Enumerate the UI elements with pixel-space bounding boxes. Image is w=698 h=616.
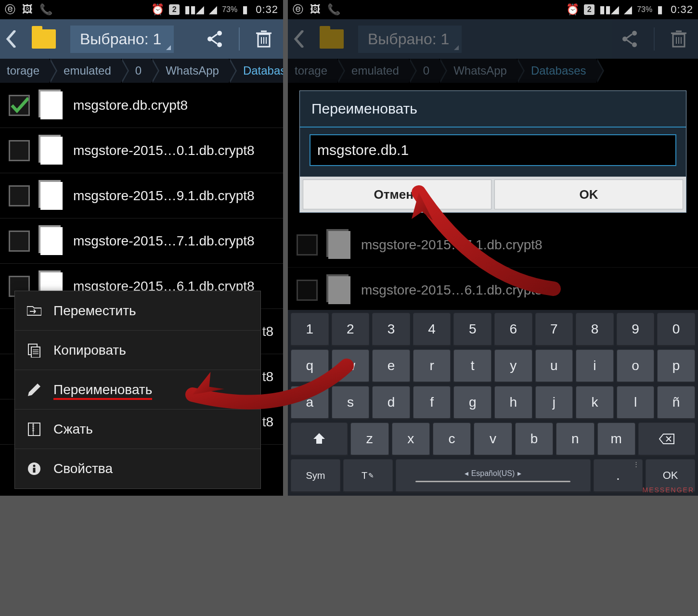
checkbox[interactable] bbox=[9, 185, 30, 206]
key-0[interactable]: 0 bbox=[657, 313, 695, 346]
key-i[interactable]: i bbox=[576, 349, 614, 383]
ctx-copy[interactable]: Копировать bbox=[15, 331, 260, 370]
key-o[interactable]: o bbox=[617, 349, 655, 383]
file-row[interactable]: msgstore-2015…0.1.db.crypt8 bbox=[0, 128, 283, 173]
dialog-buttons: Отмена OK bbox=[300, 177, 686, 212]
file-name: msgstore.db.crypt8 bbox=[73, 98, 188, 113]
key-5[interactable]: 5 bbox=[453, 313, 491, 346]
key-7[interactable]: 7 bbox=[535, 313, 573, 346]
breadcrumb-item: WhatsApp bbox=[440, 59, 517, 83]
breadcrumb-item[interactable]: emulated bbox=[50, 59, 121, 83]
key-8[interactable]: 8 bbox=[576, 313, 614, 346]
svg-point-12 bbox=[632, 42, 637, 47]
keyboard: 1 2 3 4 5 6 7 8 9 0 q w e r t y u i o bbox=[288, 310, 698, 496]
delete-button[interactable] bbox=[249, 25, 278, 53]
alarm-icon: ⏰ bbox=[566, 3, 579, 16]
key-g[interactable]: g bbox=[453, 386, 491, 420]
svg-point-8 bbox=[33, 465, 36, 467]
key-z[interactable]: z bbox=[350, 423, 388, 456]
ctx-label: Сжать bbox=[53, 422, 93, 437]
key-w[interactable]: w bbox=[332, 349, 370, 383]
key-n[interactable]: n bbox=[556, 423, 594, 456]
file-icon bbox=[40, 91, 63, 119]
key-c[interactable]: c bbox=[433, 423, 471, 456]
key-shift[interactable] bbox=[291, 423, 348, 456]
key-x[interactable]: x bbox=[392, 423, 430, 456]
key-b[interactable]: b bbox=[515, 423, 553, 456]
key-u[interactable]: u bbox=[535, 349, 573, 383]
delete-button bbox=[664, 25, 693, 53]
file-icon bbox=[328, 231, 350, 259]
breadcrumb: torage emulated 0 WhatsApp Databases bbox=[0, 59, 283, 83]
dialog-title: Переименовать bbox=[300, 91, 686, 127]
file-row[interactable]: msgstore-2015…9.1.db.crypt8 bbox=[0, 173, 283, 218]
key-sym[interactable]: Sym bbox=[291, 459, 340, 493]
ctx-rename[interactable]: Переименовать bbox=[15, 370, 260, 410]
context-menu: Переместить Копировать Переименовать Сжа… bbox=[14, 291, 261, 489]
key-4[interactable]: 4 bbox=[413, 313, 451, 346]
selection-count-button[interactable]: Выбрано: 1 bbox=[70, 26, 174, 53]
image-icon: 🖼 bbox=[310, 3, 321, 16]
ctx-move[interactable]: Переместить bbox=[15, 291, 260, 331]
checkbox bbox=[297, 234, 318, 256]
key-backspace[interactable] bbox=[638, 423, 695, 456]
key-h[interactable]: h bbox=[494, 386, 532, 420]
edge-icon: ⓔ bbox=[5, 2, 15, 17]
key-l[interactable]: l bbox=[617, 386, 655, 420]
checkbox-checked[interactable] bbox=[9, 95, 30, 116]
ctx-label: Переименовать bbox=[53, 382, 152, 398]
ctx-properties[interactable]: Свойства bbox=[15, 449, 260, 488]
key-y[interactable]: y bbox=[494, 349, 532, 383]
key-p[interactable]: p bbox=[657, 349, 695, 383]
cancel-button[interactable]: Отмена bbox=[303, 180, 491, 209]
key-r[interactable]: r bbox=[413, 349, 451, 383]
file-row[interactable]: msgstore.db.crypt8 bbox=[0, 83, 283, 128]
sim-badge: 2 bbox=[584, 4, 595, 15]
key-j[interactable]: j bbox=[535, 386, 573, 420]
key-space[interactable]: ◂ Español(US) ▸ bbox=[396, 459, 591, 493]
key-3[interactable]: 3 bbox=[372, 313, 410, 346]
key-s[interactable]: s bbox=[332, 386, 370, 420]
breadcrumb-item[interactable]: WhatsApp bbox=[152, 59, 229, 83]
key-9[interactable]: 9 bbox=[617, 313, 655, 346]
key-period[interactable]: .⋮ bbox=[594, 459, 643, 493]
key-enye[interactable]: ñ bbox=[657, 386, 695, 420]
key-v[interactable]: v bbox=[474, 423, 512, 456]
key-f[interactable]: f bbox=[413, 386, 451, 420]
key-e[interactable]: e bbox=[372, 349, 410, 383]
key-k[interactable]: k bbox=[576, 386, 614, 420]
key-6[interactable]: 6 bbox=[494, 313, 532, 346]
battery-percent: 73% bbox=[222, 5, 237, 14]
signal-icon: ▮▮◢ bbox=[184, 3, 204, 16]
key-1[interactable]: 1 bbox=[291, 313, 329, 346]
status-bar: ⓔ 🖼 📞 ⏰ 2 ▮▮◢ ◢ 73% ▮ 0:32 bbox=[288, 0, 698, 19]
ok-button[interactable]: OK bbox=[494, 180, 683, 209]
copy-icon bbox=[26, 342, 43, 359]
key-m[interactable]: m bbox=[597, 423, 635, 456]
svg-rect-5 bbox=[31, 347, 40, 358]
key-a[interactable]: a bbox=[291, 386, 329, 420]
key-q[interactable]: q bbox=[291, 349, 329, 383]
ctx-compress[interactable]: Сжать bbox=[15, 410, 260, 449]
ctx-label: Копировать bbox=[53, 343, 126, 358]
folder-icon bbox=[320, 29, 344, 49]
checkbox[interactable] bbox=[9, 231, 30, 252]
checkbox[interactable] bbox=[9, 140, 30, 161]
phone-icon: 📞 bbox=[39, 3, 52, 16]
breadcrumb-item: emulated bbox=[338, 59, 409, 83]
checkbox bbox=[297, 280, 318, 301]
breadcrumb-item-active[interactable]: Databases bbox=[230, 59, 283, 83]
key-d[interactable]: d bbox=[372, 386, 410, 420]
key-t[interactable]: t bbox=[453, 349, 491, 383]
file-row[interactable]: msgstore-2015…7.1.db.crypt8 bbox=[0, 218, 283, 264]
file-row: msgstore-2015…6.1.db.crypt8 bbox=[288, 268, 698, 313]
battery-icon: ▮ bbox=[242, 3, 248, 16]
share-button[interactable] bbox=[200, 25, 229, 53]
key-mode[interactable]: T✎ bbox=[343, 459, 393, 493]
breadcrumb-item[interactable]: torage bbox=[0, 59, 49, 83]
move-icon bbox=[26, 302, 43, 320]
back-button[interactable] bbox=[0, 20, 22, 58]
key-2[interactable]: 2 bbox=[332, 313, 370, 346]
rename-input[interactable] bbox=[310, 134, 676, 166]
rename-dialog: Переименовать Отмена OK bbox=[299, 90, 686, 213]
